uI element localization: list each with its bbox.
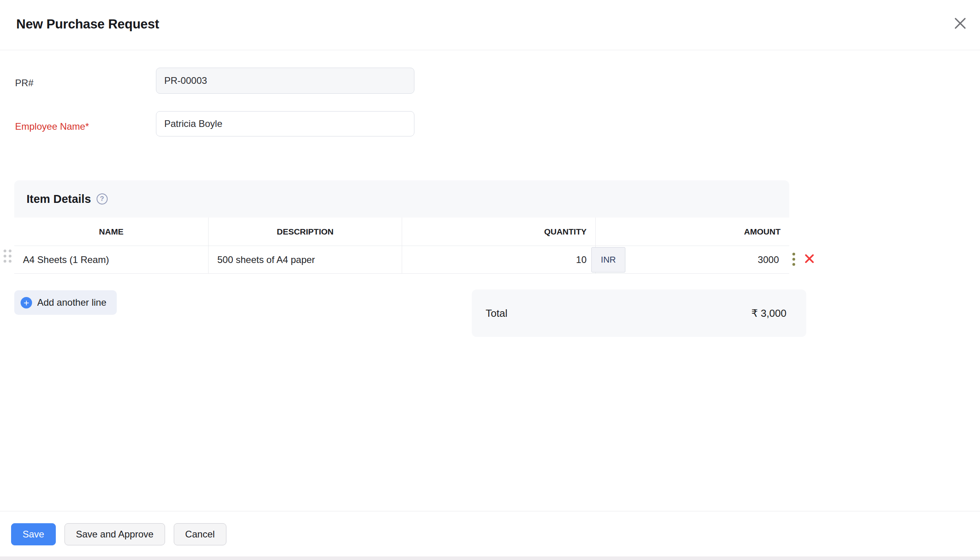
page-bottom-strip bbox=[0, 556, 980, 560]
modal-header: New Purchase Request bbox=[0, 0, 980, 50]
delete-row-icon bbox=[804, 253, 815, 265]
total-summary: Total ₹ 3,000 bbox=[472, 289, 806, 337]
currency-selector[interactable]: INR bbox=[591, 247, 625, 272]
table-header-row: NAME DESCRIPTION QUANTITY AMOUNT bbox=[14, 218, 789, 246]
add-another-line-button[interactable]: + Add another line bbox=[14, 290, 117, 315]
cancel-button[interactable]: Cancel bbox=[174, 523, 226, 545]
column-header-amount: AMOUNT bbox=[595, 218, 789, 246]
close-icon bbox=[953, 16, 968, 32]
table-row: A4 Sheets (1 Ream) 500 sheets of A4 pape… bbox=[14, 246, 789, 274]
page-title: New Purchase Request bbox=[16, 17, 159, 32]
help-icon[interactable]: ? bbox=[97, 193, 108, 204]
item-details-title: Item Details bbox=[27, 193, 91, 206]
item-amount-value[interactable]: 3000 bbox=[758, 254, 779, 265]
drag-handle-icon[interactable] bbox=[4, 250, 13, 262]
column-header-quantity: QUANTITY bbox=[402, 218, 595, 246]
row-menu-button[interactable] bbox=[792, 253, 795, 266]
column-header-description: DESCRIPTION bbox=[208, 218, 402, 246]
row-menu-icon bbox=[792, 253, 795, 255]
add-another-line-label: Add another line bbox=[37, 297, 106, 308]
close-button[interactable] bbox=[951, 14, 970, 33]
pr-number-label: PR# bbox=[15, 78, 34, 89]
save-button[interactable]: Save bbox=[11, 523, 56, 545]
purchase-request-modal: New Purchase Request PR# Employee Name* … bbox=[0, 0, 980, 560]
item-details-header: Item Details ? bbox=[14, 180, 789, 218]
column-header-name: NAME bbox=[14, 218, 208, 246]
item-description-cell[interactable]: 500 sheets of A4 paper bbox=[208, 246, 402, 273]
employee-name-input[interactable] bbox=[156, 111, 414, 136]
pr-number-input[interactable] bbox=[156, 68, 414, 94]
item-quantity-cell[interactable]: 10 bbox=[402, 246, 595, 273]
employee-name-label: Employee Name* bbox=[15, 121, 89, 132]
total-value: ₹ 3,000 bbox=[751, 307, 786, 320]
footer-action-bar: Save Save and Approve Cancel bbox=[0, 511, 980, 557]
line-items-table: NAME DESCRIPTION QUANTITY AMOUNT A4 Shee… bbox=[14, 218, 789, 274]
item-details-panel: Item Details ? NAME DESCRIPTION QUANTITY… bbox=[14, 180, 789, 274]
item-name-cell[interactable]: A4 Sheets (1 Ream) bbox=[14, 246, 208, 273]
save-and-approve-button[interactable]: Save and Approve bbox=[65, 523, 165, 545]
delete-row-button[interactable] bbox=[804, 253, 815, 265]
item-amount-cell: INR 3000 bbox=[595, 246, 789, 273]
add-icon: + bbox=[21, 297, 32, 308]
total-label: Total bbox=[486, 307, 507, 320]
row-controls bbox=[792, 245, 815, 273]
